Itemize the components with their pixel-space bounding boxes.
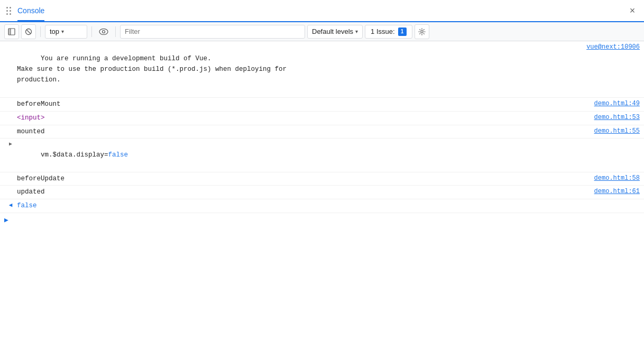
prompt-row: ▶	[0, 213, 644, 227]
svg-point-7	[420, 30, 422, 32]
block-button[interactable]	[21, 24, 36, 39]
issue-count: 1	[401, 29, 404, 34]
row-prefix	[4, 174, 17, 174]
levels-button[interactable]: Default levels ▾	[307, 25, 363, 39]
svg-point-6	[103, 30, 105, 33]
drag-handle[interactable]	[6, 7, 11, 15]
block-icon	[25, 28, 32, 35]
row-source[interactable]: demo.html:61	[588, 187, 640, 195]
sidebar-toggle-button[interactable]	[4, 24, 19, 39]
console-row: <input> demo.html:53	[0, 112, 644, 125]
console-row: mounted demo.html:55	[0, 125, 644, 139]
row-content: updated	[17, 187, 588, 197]
expand-triangle[interactable]: ▶	[4, 140, 17, 147]
svg-point-5	[99, 29, 108, 34]
panel-title: Console	[17, 6, 44, 21]
context-selector[interactable]: top ▾	[45, 25, 87, 39]
close-button[interactable]: ×	[627, 5, 638, 16]
console-row: ◀ false	[0, 199, 644, 213]
console-row: You are running a development build of V…	[0, 41, 644, 98]
vm-data-value: false	[108, 151, 128, 159]
row-content: mounted	[17, 127, 588, 137]
vue-warning-text: You are running a development build of V…	[17, 55, 287, 84]
row-source[interactable]: vue@next:10906	[580, 43, 640, 51]
vm-data-before: vm.$data.display=	[41, 151, 108, 159]
console-row: updated demo.html:61	[0, 186, 644, 199]
row-content: vm.$data.display=false	[17, 140, 640, 170]
eye-button[interactable]	[96, 24, 111, 39]
row-prefix	[4, 127, 17, 127]
row-prefix	[4, 99, 17, 100]
row-content: <input>	[17, 113, 588, 123]
prompt-symbol: ▶	[4, 216, 8, 224]
row-content: beforeUpdate	[17, 174, 588, 184]
settings-button[interactable]	[415, 24, 429, 39]
settings-icon	[418, 28, 426, 35]
toolbar: top ▾ Default levels ▾ 1 Issue: 1	[0, 22, 644, 41]
row-prefix	[4, 113, 17, 120]
collapse-icon[interactable]: ◀	[9, 201, 13, 208]
console-output: You are running a development build of V…	[0, 41, 644, 340]
row-content: You are running a development build of V…	[17, 43, 580, 96]
title-bar: Console ×	[0, 0, 644, 22]
issue-button[interactable]: 1 Issue: 1	[365, 25, 412, 39]
row-source[interactable]: demo.html:58	[588, 174, 640, 182]
row-source[interactable]: demo.html:49	[588, 99, 640, 107]
console-row: beforeUpdate demo.html:58	[0, 172, 644, 186]
row-content: false	[17, 201, 640, 211]
row-prefix	[4, 43, 17, 43]
sidebar-icon	[8, 28, 15, 35]
separator-2	[91, 26, 92, 37]
expand-icon[interactable]: ▶	[9, 141, 12, 147]
row-prefix	[4, 187, 17, 188]
svg-line-4	[26, 30, 31, 34]
levels-label: Default levels	[312, 27, 353, 35]
row-source[interactable]: demo.html:55	[588, 127, 640, 135]
console-row: ▶ vm.$data.display=false	[0, 139, 644, 172]
separator-1	[40, 26, 41, 37]
console-row: beforeMount demo.html:49	[0, 98, 644, 112]
svg-rect-1	[8, 29, 11, 35]
separator-3	[115, 26, 116, 37]
context-chevron: ▾	[61, 29, 64, 34]
context-label: top	[50, 27, 59, 35]
levels-chevron: ▾	[355, 29, 358, 34]
filter-input[interactable]	[120, 25, 305, 39]
row-content: beforeMount	[17, 99, 588, 109]
issue-icon: 1	[398, 27, 407, 36]
eye-icon	[99, 29, 108, 35]
issue-label: 1 Issue:	[371, 27, 395, 35]
collapse-triangle[interactable]: ◀	[4, 201, 17, 208]
row-source[interactable]: demo.html:53	[588, 113, 640, 121]
